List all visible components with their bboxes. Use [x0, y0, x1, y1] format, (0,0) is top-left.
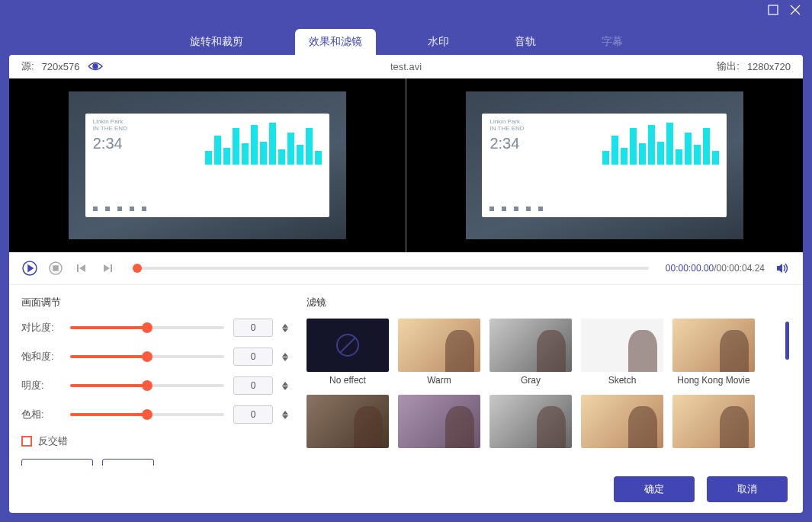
adjustment-panel: 画面调节 对比度: 0 饱和度: 0 明度: 0 色相:: [21, 296, 288, 455]
filter-label: Sketch: [581, 375, 663, 386]
panels: 画面调节 对比度: 0 饱和度: 0 明度: 0 色相:: [9, 285, 803, 466]
tab-subtitle[interactable]: 字幕: [588, 29, 637, 55]
output-label: 输出:: [717, 59, 740, 73]
ok-button[interactable]: 确定: [614, 476, 695, 502]
filter-item[interactable]: [672, 395, 755, 448]
maximize-icon[interactable]: [768, 5, 778, 18]
brightness-label: 明度:: [21, 379, 61, 392]
titlebar: [0, 0, 812, 23]
timeline-knob[interactable]: [133, 264, 142, 273]
info-bar: 源: 720x576 test.avi 输出: 1280x720: [9, 55, 803, 78]
brightness-value[interactable]: 0: [233, 376, 273, 395]
svg-line-10: [340, 338, 355, 353]
contrast-value[interactable]: 0: [233, 319, 273, 337]
filter-item[interactable]: Hong Kong Movie: [672, 319, 755, 386]
equalizer-icon-2: [602, 123, 719, 165]
time-current: 00:00:00.00: [666, 263, 714, 274]
filter-item[interactable]: [398, 395, 480, 448]
output-resolution: 1280x720: [747, 61, 791, 72]
apply-all-button[interactable]: 全部应用: [21, 459, 93, 466]
svg-point-3: [93, 64, 98, 69]
saturation-slider[interactable]: [70, 355, 224, 358]
contrast-slider[interactable]: [70, 326, 224, 329]
time-total: 00:00:04.24: [717, 263, 765, 274]
contrast-label: 对比度:: [21, 321, 61, 335]
close-icon[interactable]: [790, 5, 801, 18]
preview-toggle-icon[interactable]: [88, 61, 103, 72]
filter-item[interactable]: Sketch: [581, 319, 663, 386]
source-video-frame: Linkin Park IN THE END 2:34: [69, 91, 346, 239]
timeline-slider[interactable]: [133, 267, 649, 270]
tab-rotate-crop[interactable]: 旋转和裁剪: [176, 29, 257, 55]
filter-thumb: [489, 395, 572, 448]
hue-spinner[interactable]: [282, 411, 288, 419]
svg-rect-0: [769, 5, 778, 14]
saturation-label: 饱和度:: [21, 350, 61, 363]
playback-controls: 00:00:00.00/00:00:04.24: [9, 252, 803, 285]
saturation-spinner[interactable]: [282, 353, 288, 361]
cancel-button[interactable]: 取消: [707, 476, 788, 502]
svg-rect-6: [53, 266, 58, 271]
filter-label: No effect: [307, 375, 389, 386]
filter-thumb: [489, 319, 572, 372]
filters-scrollbar[interactable]: [785, 322, 789, 360]
filter-thumb: [398, 319, 480, 372]
filter-item[interactable]: Warm: [398, 319, 480, 386]
deinterlace-checkbox[interactable]: [21, 436, 32, 447]
hue-slider[interactable]: [70, 413, 224, 416]
output-preview: Linkin Park IN THE END 2:34: [406, 78, 804, 252]
filename: test.avi: [390, 61, 422, 72]
filter-label: Hong Kong Movie: [672, 375, 755, 386]
time-display: 00:00:00.00/00:00:04.24: [666, 263, 765, 274]
footer: 确定 取消: [9, 466, 803, 513]
filters-grid: No effectWarmGraySketchHong Kong Movie: [307, 319, 791, 448]
deinterlace-label: 反交错: [38, 434, 68, 448]
volume-icon[interactable]: [774, 260, 791, 277]
prev-frame-icon[interactable]: [73, 260, 90, 277]
filter-item[interactable]: [489, 395, 572, 448]
tab-effects-filters[interactable]: 效果和滤镜: [295, 29, 376, 55]
svg-rect-8: [111, 264, 112, 272]
saturation-value[interactable]: 0: [233, 347, 273, 366]
filter-thumb: [307, 319, 389, 372]
filter-item[interactable]: No effect: [307, 319, 389, 386]
source-resolution: 720x576: [42, 61, 80, 72]
adjust-title: 画面调节: [21, 296, 288, 309]
tabs: 旋转和裁剪 效果和滤镜 水印 音轨 字幕: [0, 23, 812, 55]
next-frame-icon[interactable]: [99, 260, 116, 277]
filter-thumb: [581, 395, 663, 448]
filter-label: Gray: [489, 375, 572, 386]
tab-watermark[interactable]: 水印: [414, 29, 463, 55]
brightness-slider[interactable]: [70, 384, 224, 387]
filters-panel: 滤镜 No effectWarmGraySketchHong Kong Movi…: [307, 296, 791, 455]
filter-item[interactable]: [307, 395, 389, 448]
source-label: 源:: [21, 59, 34, 73]
filter-thumb: [672, 319, 755, 372]
hue-label: 色相:: [21, 408, 61, 421]
filter-thumb: [672, 395, 755, 448]
filter-label: Warm: [398, 375, 480, 386]
filters-title: 滤镜: [307, 296, 791, 309]
svg-rect-7: [77, 264, 79, 272]
reset-button[interactable]: 重置: [102, 459, 154, 466]
output-video-frame: Linkin Park IN THE END 2:34: [466, 91, 743, 239]
filter-thumb: [581, 319, 663, 372]
filter-item[interactable]: [581, 395, 663, 448]
contrast-spinner[interactable]: [282, 324, 288, 332]
filter-thumb: [307, 395, 389, 448]
tab-audio[interactable]: 音轨: [501, 29, 550, 55]
stop-icon[interactable]: [47, 260, 64, 277]
equalizer-icon: [205, 123, 322, 165]
filter-thumb: [398, 395, 480, 448]
brightness-spinner[interactable]: [282, 382, 288, 390]
filter-item[interactable]: Gray: [489, 319, 572, 386]
content: 源: 720x576 test.avi 输出: 1280x720 Linkin …: [9, 55, 803, 513]
hue-value[interactable]: 0: [233, 405, 273, 424]
source-preview: Linkin Park IN THE END 2:34: [9, 78, 406, 252]
play-icon[interactable]: [21, 260, 38, 277]
preview-area: Linkin Park IN THE END 2:34 Linkin Park …: [9, 78, 803, 252]
